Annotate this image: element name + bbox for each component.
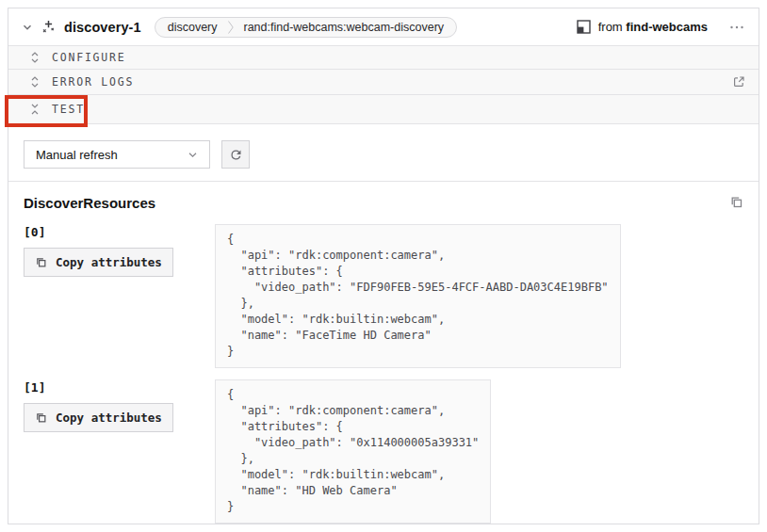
chevron-down-icon [22,22,33,33]
resource-badge: discovery rand:find-webcams:webcam-disco… [155,17,457,38]
section-configure-label: CONFIGURE [52,51,126,64]
resource-card: discovery-1 discovery rand:find-webcams:… [8,8,759,524]
copy-icon [35,256,47,268]
result-json: { "api": "rdk:component:camera", "attrib… [215,224,621,368]
copy-results-button[interactable] [729,195,743,209]
copy-attributes-label: Copy attributes [56,411,162,425]
section-error-logs-label: ERROR LOGS [52,75,134,89]
results-panel: DiscoverResources [0] [8,182,759,524]
card-header: discovery-1 discovery rand:find-webcams:… [8,8,759,46]
result-json: { "api": "rdk:component:camera", "attrib… [215,379,491,524]
refresh-button[interactable] [221,140,250,169]
refresh-icon [229,148,243,162]
card-menu-button[interactable] [726,22,747,33]
card-collapse-button[interactable] [22,22,33,33]
section-test-label: TEST [52,103,85,116]
result-index: [0] [24,225,215,239]
module-from-label: from [598,20,627,34]
method-name: DiscoverResources [24,195,155,211]
refresh-mode-value: Manual refresh [36,148,118,162]
copy-icon [35,411,47,424]
chevron-down-icon [188,150,198,160]
section-configure[interactable]: CONFIGURE [8,46,759,70]
badge-model-label: rand:find-webcams:webcam-discovery [244,21,445,34]
open-error-logs-button[interactable] [732,75,745,89]
result-item: [1] Copy attributes { "api": "rdk:compon… [24,379,743,524]
badge-type-label: discovery [168,21,218,34]
module-icon [577,20,591,34]
module-source: from find-webcams [577,20,747,34]
resource-name: discovery-1 [64,20,141,35]
ellipsis-icon [729,24,744,30]
fold-icon [29,103,41,116]
badge-chevron-icon [227,18,235,37]
section-error-logs[interactable]: ERROR LOGS [8,70,759,95]
discovery-service-icon [41,19,57,35]
unfold-icon [29,51,41,64]
copy-icon [729,195,743,209]
copy-attributes-label: Copy attributes [56,255,162,269]
unfold-icon [29,75,41,89]
refresh-mode-select[interactable]: Manual refresh [24,140,210,169]
copy-attributes-button[interactable]: Copy attributes [24,248,173,277]
test-panel: Manual refresh DiscoverResources [8,140,759,524]
result-index: [1] [24,380,215,395]
section-test[interactable]: TEST [8,95,759,124]
external-link-icon [732,75,745,89]
copy-attributes-button[interactable]: Copy attributes [24,403,173,432]
result-item: [0] Copy attributes { "api": "rdk:compon… [24,224,743,368]
module-name: find-webcams [626,20,708,34]
